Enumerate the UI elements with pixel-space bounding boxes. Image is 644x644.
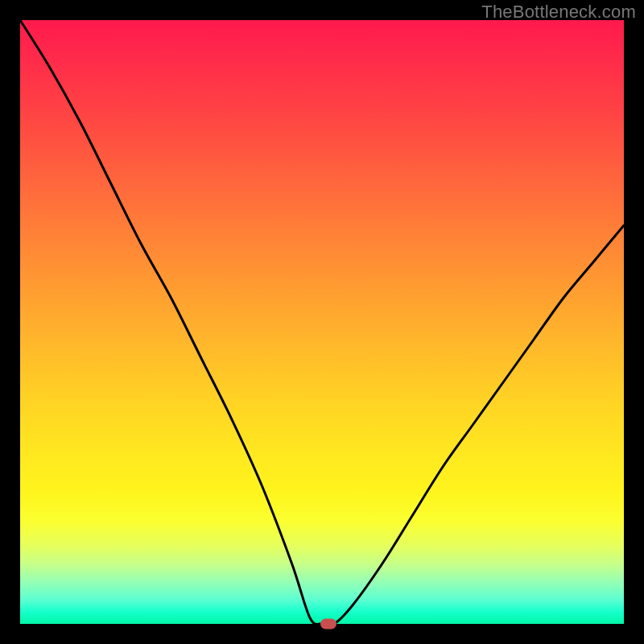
plot-area	[20, 20, 624, 624]
bottleneck-curve	[20, 20, 624, 624]
chart-frame: TheBottleneck.com	[0, 0, 644, 644]
optimum-marker	[320, 619, 336, 630]
curve-svg	[20, 20, 624, 624]
